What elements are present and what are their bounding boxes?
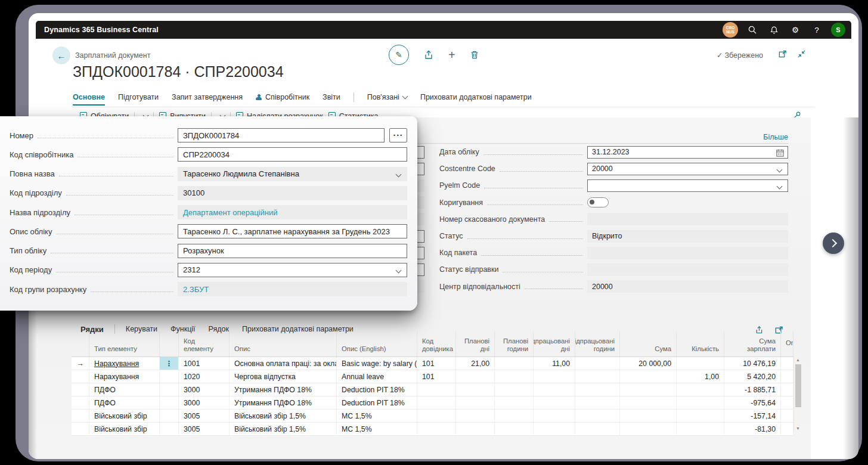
table-cell[interactable] (781, 357, 793, 370)
table-cell[interactable]: 1020 (179, 370, 230, 383)
tab-3[interactable]: Запит затвердження (172, 93, 243, 101)
edit-button[interactable]: ✎ (389, 45, 409, 65)
grid-header-cell[interactable]: Тип елементу (89, 331, 160, 356)
more-link[interactable]: Більше (763, 133, 788, 141)
field-value[interactable]: 31.12.2023 (587, 146, 788, 159)
adjustment-toggle[interactable] (587, 197, 609, 207)
field-value-6[interactable]: Тарасенко Л. С., зарплатне нарахування з… (178, 224, 407, 238)
table-cell[interactable] (72, 396, 89, 409)
table-cell[interactable]: Нарахування (89, 370, 160, 383)
field-value-8[interactable]: 2312 (178, 263, 407, 277)
table-cell[interactable] (495, 370, 534, 383)
chevron-down-icon[interactable] (396, 171, 402, 177)
table-cell[interactable] (534, 396, 575, 409)
table-cell[interactable] (620, 423, 677, 435)
expand-right-button[interactable] (823, 232, 844, 254)
table-cell[interactable] (781, 396, 793, 409)
table-cell[interactable] (575, 357, 620, 370)
chevron-down-icon[interactable] (777, 166, 783, 172)
table-cell[interactable] (677, 396, 724, 409)
field-value-5[interactable]: Департамент операційний (178, 205, 407, 219)
grid-header-cell[interactable]: Код елементу (179, 331, 230, 356)
table-cell[interactable] (575, 423, 620, 435)
table-cell[interactable]: 3005 (179, 410, 230, 422)
row-handle-cell[interactable] (160, 423, 179, 435)
table-cell[interactable] (456, 423, 495, 435)
table-cell[interactable]: -1 885,71 (724, 383, 781, 396)
table-row[interactable]: Військовий збір3005Військовий збір 1,5%M… (72, 410, 793, 423)
grid-scrollbar[interactable]: ▲ ▼ (793, 356, 802, 432)
table-cell[interactable] (495, 410, 534, 422)
table-cell[interactable]: 3000 (179, 383, 230, 396)
table-cell[interactable] (620, 383, 677, 396)
grid-header-cell[interactable]: Опис (English) (337, 331, 417, 356)
tab-1[interactable]: Основне (73, 93, 105, 101)
back-button[interactable]: ← (52, 46, 70, 64)
table-cell[interactable]: Основна оплата праці: за окладом (дні) (230, 357, 337, 370)
grid-header-cell[interactable]: Планові години (495, 331, 534, 356)
table-cell[interactable] (456, 396, 495, 409)
table-cell[interactable]: 1,00 (677, 370, 724, 383)
scroll-down-icon[interactable]: ▼ (794, 426, 802, 430)
row-handle-cell[interactable] (160, 370, 179, 383)
breadcrumb[interactable]: Зарплатний документ (75, 51, 150, 60)
table-cell[interactable] (417, 383, 456, 396)
table-cell[interactable] (575, 396, 620, 409)
table-cell[interactable]: 20 000,00 (620, 357, 677, 370)
table-cell[interactable]: Військовий збір (89, 423, 160, 435)
help-icon[interactable]: ? (806, 26, 827, 35)
chevron-down-icon[interactable] (777, 184, 783, 190)
table-cell[interactable]: 5 420,20 (724, 370, 781, 383)
grid-header-cell[interactable]: Відпрацьовані години (575, 331, 620, 356)
grid-header-cell[interactable]: Сума зарплати (724, 331, 781, 356)
table-cell[interactable] (72, 410, 89, 422)
grid-header-cell[interactable]: Сума (620, 331, 677, 356)
table-cell[interactable] (495, 396, 534, 409)
table-cell[interactable] (417, 423, 456, 435)
table-cell[interactable]: 11,00 (534, 357, 575, 370)
table-cell[interactable]: MC 1,5% (337, 423, 417, 435)
table-cell[interactable]: Annual leave (337, 370, 417, 383)
table-cell[interactable] (417, 396, 456, 409)
table-cell[interactable] (72, 383, 89, 396)
collapse-icon[interactable] (797, 49, 806, 58)
field-value[interactable] (587, 179, 788, 192)
table-cell[interactable] (72, 370, 89, 383)
table-cell[interactable] (575, 370, 620, 383)
table-row[interactable]: ПДФО3000Утримання ПДФО 18%Deduction PIT … (72, 396, 793, 410)
row-handle-cell[interactable] (160, 410, 179, 422)
grid-header-cell[interactable]: Планові дні (456, 331, 495, 356)
table-cell[interactable]: 3000 (179, 396, 230, 409)
table-cell[interactable] (575, 383, 620, 396)
table-cell[interactable]: → (72, 357, 89, 370)
grid-header-cell[interactable]: Ог (781, 331, 793, 356)
table-cell[interactable]: Нарахування (89, 357, 160, 370)
table-cell[interactable]: ПДФО (89, 396, 160, 409)
tab-4[interactable]: Співробітник (256, 93, 309, 101)
table-cell[interactable]: -81,30 (724, 423, 781, 435)
field-value[interactable]: 20000 (587, 163, 788, 175)
table-cell[interactable] (677, 423, 724, 435)
assist-edit-button[interactable]: ··· (389, 128, 407, 142)
table-cell[interactable] (495, 383, 534, 396)
tab-7[interactable]: Приховати додаткові параметри (420, 93, 532, 101)
notifications-icon[interactable] (763, 26, 785, 35)
table-row[interactable]: Нарахування1020Чергова відпусткаAnnual l… (72, 370, 793, 383)
table-cell[interactable] (677, 383, 724, 396)
table-cell[interactable] (677, 410, 724, 422)
table-cell[interactable] (620, 370, 677, 383)
share-icon[interactable] (423, 49, 434, 60)
table-cell[interactable]: Deduction PIT 18% (337, 383, 417, 396)
table-cell[interactable] (620, 410, 677, 422)
table-cell[interactable]: 101 (417, 357, 456, 370)
grid-header-cell[interactable]: Кількість (677, 331, 724, 356)
table-cell[interactable] (495, 357, 534, 370)
table-cell[interactable] (495, 423, 534, 435)
search-icon[interactable] (742, 25, 763, 35)
scroll-thumb[interactable] (795, 364, 801, 407)
table-cell[interactable]: MC 1,5% (337, 410, 417, 422)
table-row[interactable]: ПДФО3000Утримання ПДФО 18%Deduction PIT … (72, 383, 793, 396)
grid-header-cell[interactable] (72, 331, 89, 356)
table-cell[interactable]: 21,00 (456, 357, 495, 370)
settings-icon[interactable]: ⚙ (785, 25, 806, 35)
